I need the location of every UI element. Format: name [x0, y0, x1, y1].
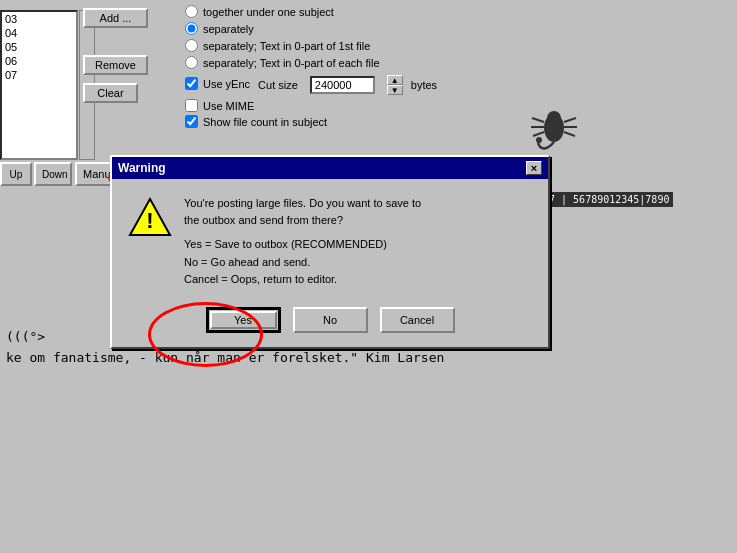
dialog-message-line1: You're posting large files. Do you want …	[184, 197, 421, 209]
dialog-options: Yes = Save to outbox (RECOMMENDED) No = …	[184, 236, 421, 289]
yes-button[interactable]: Yes	[206, 307, 281, 333]
cancel-button[interactable]: Cancel	[380, 307, 455, 333]
svg-text:!: !	[146, 208, 153, 233]
option-cancel-text: Cancel = Oops, return to editor.	[184, 271, 421, 289]
no-button[interactable]: No	[293, 307, 368, 333]
warning-dialog: Warning × ! You're posting large files. …	[110, 155, 550, 349]
option-yes-text: Yes = Save to outbox (RECOMMENDED)	[184, 236, 421, 254]
dialog-titlebar: Warning ×	[112, 157, 548, 179]
dialog-buttons: Yes No Cancel	[112, 299, 548, 347]
warning-icon: !	[128, 195, 172, 239]
dialog-overlay: Warning × ! You're posting large files. …	[0, 0, 737, 553]
dialog-close-button[interactable]: ×	[526, 161, 542, 175]
dialog-message-line2: the outbox and send from there?	[184, 214, 343, 226]
dialog-content: ! You're posting large files. Do you wan…	[112, 179, 548, 299]
dialog-title: Warning	[118, 161, 166, 175]
yes-button-label: Yes	[210, 311, 277, 329]
option-no-text: No = Go ahead and send.	[184, 254, 421, 272]
dialog-message: You're posting large files. Do you want …	[184, 195, 421, 289]
